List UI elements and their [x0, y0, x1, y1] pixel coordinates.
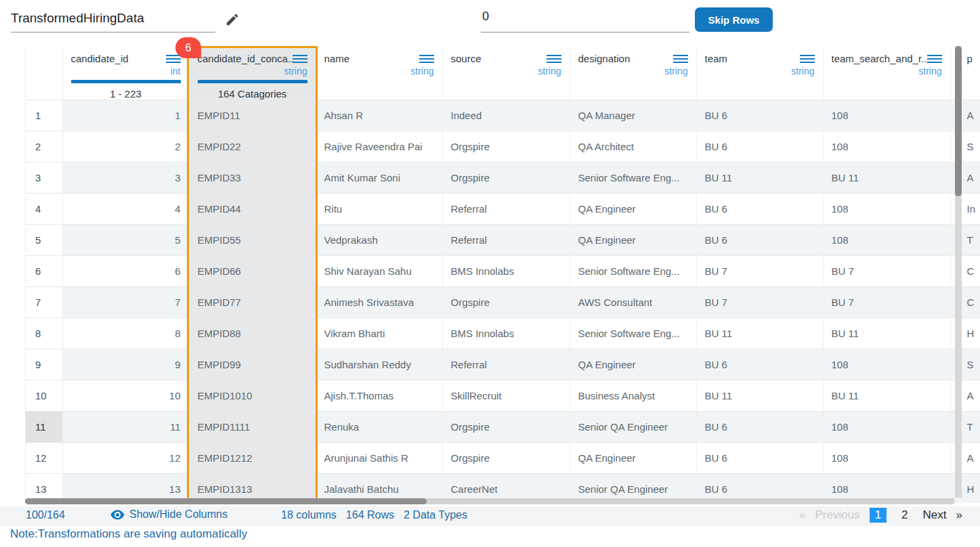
- cell-candidate_id_conca[interactable]: EMPID1212: [189, 443, 316, 474]
- cell-designation[interactable]: AWS Consultant: [570, 287, 696, 318]
- cell-team[interactable]: BU 6: [696, 194, 823, 225]
- cell-team[interactable]: BU 11: [696, 162, 823, 194]
- cell-name[interactable]: Animesh Srivastava: [316, 287, 442, 318]
- column-menu-icon[interactable]: [293, 55, 307, 63]
- cell-designation[interactable]: Business Analyst: [570, 380, 696, 412]
- cell-team[interactable]: BU 6: [696, 225, 823, 256]
- cell-designation[interactable]: Senior Software Eng...: [570, 256, 696, 287]
- column-header[interactable]: candidate_id int 1 - 223: [62, 46, 189, 100]
- column-header[interactable]: team string: [696, 46, 823, 100]
- cell-name[interactable]: Arunjunai Sathis R: [316, 443, 442, 474]
- cell-candidate_id_conca[interactable]: EMPID11: [189, 100, 316, 131]
- cell-candidate_id_conca[interactable]: EMPID66: [189, 256, 316, 287]
- cell-candidate_id_conca[interactable]: EMPID77: [189, 287, 316, 318]
- cell-candidate_id[interactable]: 4: [62, 194, 189, 225]
- cell-team_search_and_r[interactable]: 108: [823, 194, 950, 225]
- cell-team[interactable]: BU 6: [696, 100, 823, 131]
- cell-team_search_and_r[interactable]: 108: [823, 100, 950, 131]
- cell-team_search_and_r[interactable]: 108: [823, 131, 950, 162]
- cell-team[interactable]: BU 6: [696, 443, 823, 474]
- row-number-cell[interactable]: 10: [26, 380, 62, 412]
- cell-candidate_id_conca[interactable]: EMPID1010: [189, 380, 316, 412]
- cell-candidate_id_conca[interactable]: EMPID55: [189, 225, 316, 256]
- row-number-cell[interactable]: 9: [26, 349, 62, 380]
- cell-designation[interactable]: QA Engineer: [570, 194, 696, 225]
- page-2-button[interactable]: 2: [896, 508, 913, 523]
- row-number-cell[interactable]: 8: [26, 318, 62, 349]
- column-header[interactable]: source string: [442, 46, 570, 100]
- cell-candidate_id[interactable]: 1: [62, 100, 189, 131]
- cell-designation[interactable]: QA Engineer: [570, 349, 696, 380]
- cell-name[interactable]: Amit Kumar Soni: [316, 162, 442, 194]
- cell-source[interactable]: Referral: [442, 225, 570, 256]
- previous-button[interactable]: Previous: [815, 508, 859, 522]
- row-number-cell[interactable]: 3: [26, 162, 62, 194]
- cell-candidate_id[interactable]: 12: [62, 443, 189, 474]
- cell-team[interactable]: BU 11: [696, 380, 823, 412]
- cell-source[interactable]: BMS Innolabs: [442, 318, 570, 349]
- cell-name[interactable]: Renuka: [316, 412, 442, 443]
- horizontal-scrollbar-thumb[interactable]: [25, 498, 427, 504]
- cell-candidate_id[interactable]: 11: [62, 412, 189, 443]
- cell-name[interactable]: Sudharshan Reddy: [316, 349, 442, 380]
- cell-source[interactable]: SkillRecruit: [442, 380, 570, 412]
- cell-name[interactable]: Vikram Bharti: [316, 318, 442, 349]
- cell-candidate_id_conca[interactable]: EMPID44: [189, 194, 316, 225]
- cell-source[interactable]: Orgspire: [442, 412, 570, 443]
- cell-designation[interactable]: QA Manager: [570, 100, 696, 131]
- cell-team_search_and_r[interactable]: 108: [823, 443, 950, 474]
- cell-team_search_and_r[interactable]: BU 7: [823, 287, 950, 318]
- vertical-scrollbar[interactable]: [955, 46, 962, 498]
- cell-candidate_id[interactable]: 8: [62, 318, 189, 349]
- cell-source[interactable]: Orgspire: [442, 131, 570, 162]
- column-menu-icon[interactable]: [800, 55, 815, 63]
- cell-source[interactable]: Indeed: [442, 100, 570, 131]
- cell-candidate_id_conca[interactable]: EMPID1111: [189, 412, 316, 443]
- column-menu-icon[interactable]: [927, 55, 942, 63]
- cell-team[interactable]: BU 7: [696, 256, 823, 287]
- horizontal-scrollbar[interactable]: [25, 498, 955, 504]
- cell-team_search_and_r[interactable]: BU 7: [823, 256, 950, 287]
- cell-designation[interactable]: Senior Software Eng...: [570, 162, 696, 194]
- cell-source[interactable]: BMS Innolabs: [442, 256, 570, 287]
- row-number-cell[interactable]: 2: [26, 131, 62, 162]
- prev-arrow[interactable]: «: [799, 508, 805, 522]
- page-1-button[interactable]: 1: [870, 508, 887, 523]
- cell-candidate_id_conca[interactable]: EMPID88: [189, 318, 316, 349]
- cell-candidate_id[interactable]: 5: [62, 225, 189, 256]
- cell-team[interactable]: BU 6: [696, 412, 823, 443]
- row-number-cell[interactable]: 7: [26, 287, 62, 318]
- cell-name[interactable]: Ritu: [316, 194, 442, 225]
- cell-team[interactable]: BU 11: [696, 318, 823, 349]
- cell-candidate_id[interactable]: 2: [62, 131, 189, 162]
- column-header[interactable]: candidate_id_conca... string 164 Catagor…: [189, 46, 316, 100]
- row-number-cell[interactable]: 5: [26, 225, 62, 256]
- column-menu-icon[interactable]: [673, 55, 688, 63]
- cell-source[interactable]: Referral: [442, 194, 570, 225]
- cell-team[interactable]: BU 7: [696, 287, 823, 318]
- cell-team_search_and_r[interactable]: 108: [823, 349, 950, 380]
- dataset-name-input[interactable]: TransformedHiringData: [11, 11, 215, 32]
- cell-source[interactable]: Orgspire: [442, 443, 570, 474]
- row-number-cell[interactable]: 1: [26, 100, 62, 131]
- cell-candidate_id[interactable]: 3: [62, 162, 189, 194]
- cell-designation[interactable]: QA Engineer: [570, 443, 696, 474]
- cell-name[interactable]: Ahsan R: [316, 100, 442, 131]
- cell-name[interactable]: Shiv Narayan Sahu: [316, 256, 442, 287]
- cell-designation[interactable]: Senior Software Eng...: [570, 318, 696, 349]
- cell-candidate_id[interactable]: 7: [62, 287, 189, 318]
- column-header[interactable]: team_search_and_r... string: [823, 46, 950, 100]
- cell-name[interactable]: Ajish.T.Thomas: [316, 380, 442, 412]
- cell-name[interactable]: Rajive Raveendra Pai: [316, 131, 442, 162]
- cell-candidate_id[interactable]: 9: [62, 349, 189, 380]
- skip-rows-button[interactable]: Skip Rows: [695, 7, 773, 32]
- row-number-cell[interactable]: 4: [26, 194, 62, 225]
- cell-team[interactable]: BU 6: [696, 349, 823, 380]
- cell-candidate_id_conca[interactable]: EMPID33: [189, 162, 316, 194]
- cell-team_search_and_r[interactable]: BU 11: [823, 318, 950, 349]
- cell-candidate_id[interactable]: 6: [62, 256, 189, 287]
- cell-name[interactable]: Vedprakash: [316, 225, 442, 256]
- row-number-cell[interactable]: 11: [26, 412, 62, 443]
- show-hide-columns-button[interactable]: Show/Hide Columns: [110, 508, 228, 521]
- column-menu-icon[interactable]: [419, 55, 434, 63]
